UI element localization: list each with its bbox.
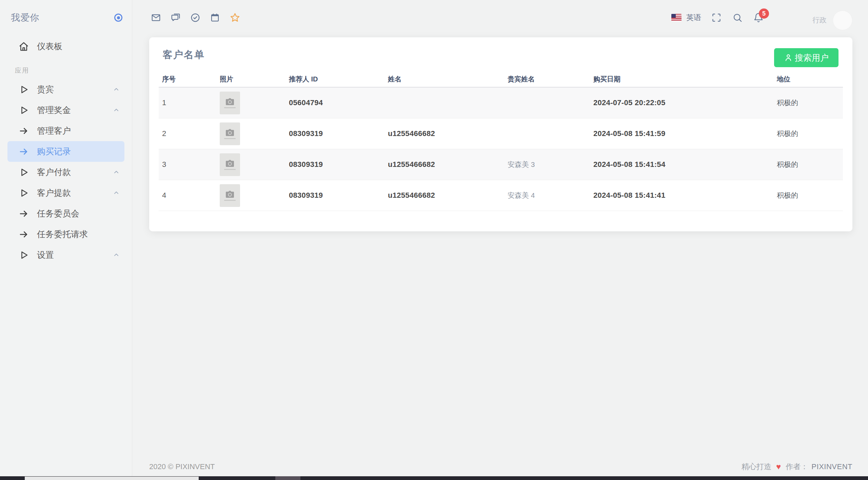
footer-credits: 精心打造 ♥ 作者： PIXINVENT [742,462,852,472]
sidebar-item-dashboard[interactable]: 仪表板 [7,36,124,57]
cell-purchase-date: 2024-05-08 15:41:41 [593,191,777,200]
cell-referrer-id: 08309319 [289,191,388,200]
language-selector[interactable]: 英语 [686,13,701,23]
cell-status: 积极的 [777,191,843,200]
sidebar-item-customer-withdrawals[interactable]: 客户提款 [7,183,124,203]
cell-name: u1255466682 [388,129,508,138]
search-icon[interactable] [732,13,743,23]
cell-status: 积极的 [777,160,843,169]
us-flag-icon[interactable] [671,14,682,21]
sidebar: 我爱你 仪表板 应用 贵宾 管理奖 [0,0,132,476]
user-avatar[interactable] [833,11,852,30]
search-user-button-label: 搜索用户 [795,52,829,63]
sidebar-item-purchase-records[interactable]: 购买记录 [7,141,124,162]
footer: 2020 © PIXINVENT 精心打造 ♥ 作者： PIXINVENT [149,462,852,472]
navbar-shortcuts [151,12,250,23]
sidebar-item-label: 管理客户 [37,125,120,136]
cell-vip-name: 安森美 4 [508,191,593,200]
notifications-button[interactable]: 5 [753,13,764,23]
navbar-actions: 英语 5 行政 [671,5,852,30]
arrow-right-icon [19,126,29,136]
cell-vip-name: 安森美 3 [508,160,593,169]
sidebar-item-label: 客户提款 [37,187,113,198]
brand-title[interactable]: 我爱你 [11,12,39,24]
photo-placeholder [220,122,240,145]
arrow-right-icon [19,229,29,239]
play-icon [19,105,29,115]
photo-placeholder [220,92,240,114]
sidebar-item-label: 仪表板 [37,41,120,52]
sidebar-item-manage-bonus[interactable]: 管理奖金 [7,100,124,120]
cell-referrer-id: 05604794 [289,98,388,107]
cell-referrer-id: 08309319 [289,160,388,169]
photo-placeholder [220,184,240,207]
check-circle-icon[interactable] [190,13,200,23]
chevron-up-icon [113,169,120,176]
cell-name: u1255466682 [388,160,508,169]
play-icon [19,84,29,95]
cell-status: 积极的 [777,129,843,138]
table-header-row: 序号 照片 推荐人 ID 姓名 贵宾姓名 购买日期 地位 [159,71,843,88]
play-icon [19,188,29,198]
chevron-up-icon [113,190,120,196]
bottom-scrollbar [0,476,868,480]
top-navbar: 英语 5 行政 [132,0,868,35]
table-row: 1 05604794 2024-07-05 20:22:05 积极的 [159,88,843,118]
cell-photo [220,122,289,145]
camera-icon [225,98,235,106]
notification-badge: 5 [759,8,769,19]
sidebar-item-label: 任务委托请求 [37,229,120,240]
cell-photo [220,92,289,114]
search-user-button[interactable]: 搜索用户 [774,48,839,67]
sidebar-item-task-committee[interactable]: 任务委员会 [7,203,124,224]
scrollbar-thumb[interactable] [25,477,199,480]
chevron-up-icon [113,86,120,93]
cell-purchase-date: 2024-05-08 15:41:59 [593,129,777,138]
mail-icon[interactable] [151,13,161,23]
cell-referrer-id: 08309319 [289,129,388,138]
table-row: 2 08309319 u1255466682 2024-05-08 15:41:… [159,118,843,149]
col-header-purchase-date: 购买日期 [593,75,777,84]
play-icon [19,167,29,177]
calendar-icon[interactable] [210,13,220,23]
cell-name: u1255466682 [388,191,508,200]
chevron-up-icon [113,107,120,114]
user-role-label[interactable]: 行政 [812,15,827,25]
cell-purchase-date: 2024-07-05 20:22:05 [593,98,777,107]
footer-made-with: 精心打造 [742,462,771,472]
customer-table: 序号 照片 推荐人 ID 姓名 贵宾姓名 购买日期 地位 1 05604794 … [159,71,843,211]
sidebar-item-manage-customers[interactable]: 管理客户 [7,120,124,141]
cell-serial: 2 [162,129,220,138]
camera-icon [225,129,235,137]
home-icon [19,41,29,52]
sidebar-item-label: 购买记录 [37,146,120,157]
play-icon [19,250,29,260]
person-icon [784,53,793,62]
sidebar-item-label: 客户付款 [37,167,113,178]
sidebar-section-label: 应用 [15,66,132,75]
sidebar-item-customer-payments[interactable]: 客户付款 [7,162,124,183]
sidebar-item-settings[interactable]: 设置 [7,245,124,265]
fullscreen-icon[interactable] [711,13,722,23]
footer-author-label: 作者： [786,462,808,472]
footer-copyright[interactable]: 2020 © PIXINVENT [149,462,215,471]
col-header-serial: 序号 [162,75,220,84]
photo-placeholder [220,153,240,176]
chat-icon[interactable] [171,13,181,23]
cell-status: 积极的 [777,98,843,108]
star-icon[interactable] [230,12,240,23]
col-header-status: 地位 [777,75,843,84]
col-header-vip-name: 贵宾姓名 [508,75,593,84]
menu-collapse-toggle-icon[interactable] [114,14,122,22]
card-title: 客户名单 [163,48,205,62]
cell-photo [220,153,289,176]
arrow-right-icon [19,147,29,157]
col-header-photo: 照片 [220,75,289,84]
col-header-name: 姓名 [388,75,508,84]
customer-list-card: 客户名单 搜索用户 序号 照片 推荐人 ID 姓名 贵宾姓名 购买日期 地位 1 [149,37,852,231]
sidebar-menu: 贵宾 管理奖金 管理客户 [0,79,132,265]
sidebar-item-task-requests[interactable]: 任务委托请求 [7,224,124,245]
cell-purchase-date: 2024-05-08 15:41:54 [593,160,777,169]
sidebar-item-vip[interactable]: 贵宾 [7,79,124,100]
footer-author-link[interactable]: PIXINVENT [811,462,852,471]
